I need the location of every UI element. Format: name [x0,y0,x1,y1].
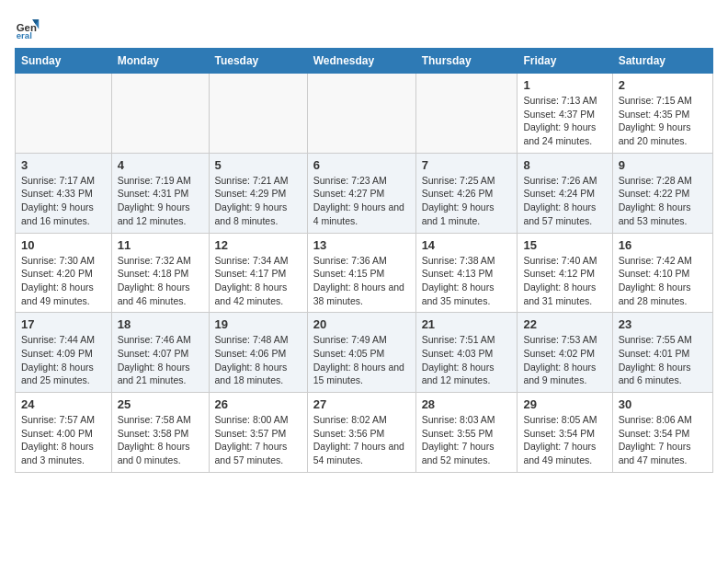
calendar-cell: 12Sunrise: 7:34 AM Sunset: 4:17 PM Dayli… [209,233,307,313]
day-number: 2 [619,78,707,92]
calendar-cell [415,74,518,154]
day-info: Sunrise: 7:57 AM Sunset: 4:00 PM Dayligh… [21,413,106,467]
day-header-saturday: Saturday [612,49,712,74]
calendar-cell: 5Sunrise: 7:21 AM Sunset: 4:29 PM Daylig… [209,153,307,233]
day-number: 4 [118,158,203,172]
day-info: Sunrise: 7:17 AM Sunset: 4:33 PM Dayligh… [21,174,106,228]
day-info: Sunrise: 7:30 AM Sunset: 4:20 PM Dayligh… [21,254,106,308]
page-header: Gen eral [15,15,713,40]
day-header-wednesday: Wednesday [307,49,415,74]
day-number: 13 [313,238,410,252]
day-info: Sunrise: 7:26 AM Sunset: 4:24 PM Dayligh… [523,174,606,228]
day-info: Sunrise: 8:00 AM Sunset: 3:57 PM Dayligh… [215,413,301,467]
calendar-cell [111,74,209,154]
day-info: Sunrise: 7:36 AM Sunset: 4:15 PM Dayligh… [313,254,410,308]
calendar-cell: 25Sunrise: 7:58 AM Sunset: 3:58 PM Dayli… [111,393,209,473]
day-info: Sunrise: 7:53 AM Sunset: 4:02 PM Dayligh… [523,333,606,387]
svg-text:eral: eral [17,30,32,40]
day-number: 10 [21,238,106,252]
calendar-cell: 18Sunrise: 7:46 AM Sunset: 4:07 PM Dayli… [111,313,209,393]
day-info: Sunrise: 8:03 AM Sunset: 3:55 PM Dayligh… [422,413,512,467]
day-number: 17 [21,317,106,331]
day-header-thursday: Thursday [415,49,518,74]
calendar-cell: 17Sunrise: 7:44 AM Sunset: 4:09 PM Dayli… [16,313,112,393]
calendar-cell: 2Sunrise: 7:15 AM Sunset: 4:35 PM Daylig… [612,74,712,154]
calendar-cell: 22Sunrise: 7:53 AM Sunset: 4:02 PM Dayli… [518,313,612,393]
day-number: 26 [215,397,301,411]
calendar-cell: 8Sunrise: 7:26 AM Sunset: 4:24 PM Daylig… [518,153,612,233]
day-number: 18 [118,317,203,331]
calendar-cell: 20Sunrise: 7:49 AM Sunset: 4:05 PM Dayli… [307,313,415,393]
day-number: 27 [313,397,410,411]
day-number: 30 [619,397,707,411]
day-number: 15 [523,238,606,252]
day-info: Sunrise: 7:42 AM Sunset: 4:10 PM Dayligh… [619,254,707,308]
day-info: Sunrise: 7:19 AM Sunset: 4:31 PM Dayligh… [118,174,203,228]
day-info: Sunrise: 7:28 AM Sunset: 4:22 PM Dayligh… [619,174,707,228]
calendar-cell: 15Sunrise: 7:40 AM Sunset: 4:12 PM Dayli… [518,233,612,313]
calendar-cell: 23Sunrise: 7:55 AM Sunset: 4:01 PM Dayli… [612,313,712,393]
day-number: 3 [21,158,106,172]
calendar-cell: 7Sunrise: 7:25 AM Sunset: 4:26 PM Daylig… [415,153,518,233]
calendar-cell: 6Sunrise: 7:23 AM Sunset: 4:27 PM Daylig… [307,153,415,233]
day-number: 12 [215,238,301,252]
calendar-cell: 28Sunrise: 8:03 AM Sunset: 3:55 PM Dayli… [415,393,518,473]
day-number: 23 [619,317,707,331]
day-number: 22 [523,317,606,331]
logo-icon: Gen eral [15,15,40,40]
calendar-cell: 4Sunrise: 7:19 AM Sunset: 4:31 PM Daylig… [111,153,209,233]
day-header-tuesday: Tuesday [209,49,307,74]
day-number: 6 [313,158,410,172]
calendar-cell: 14Sunrise: 7:38 AM Sunset: 4:13 PM Dayli… [415,233,518,313]
calendar-cell: 26Sunrise: 8:00 AM Sunset: 3:57 PM Dayli… [209,393,307,473]
day-info: Sunrise: 7:49 AM Sunset: 4:05 PM Dayligh… [313,333,410,387]
day-header-monday: Monday [111,49,209,74]
day-info: Sunrise: 8:05 AM Sunset: 3:54 PM Dayligh… [523,413,606,467]
day-number: 16 [619,238,707,252]
day-header-friday: Friday [518,49,612,74]
day-number: 19 [215,317,301,331]
calendar-cell: 16Sunrise: 7:42 AM Sunset: 4:10 PM Dayli… [612,233,712,313]
calendar-cell: 24Sunrise: 7:57 AM Sunset: 4:00 PM Dayli… [16,393,112,473]
calendar-cell: 1Sunrise: 7:13 AM Sunset: 4:37 PM Daylig… [518,74,612,154]
calendar-cell: 30Sunrise: 8:06 AM Sunset: 3:54 PM Dayli… [612,393,712,473]
week-row-4: 17Sunrise: 7:44 AM Sunset: 4:09 PM Dayli… [16,313,713,393]
day-number: 28 [422,397,512,411]
day-info: Sunrise: 7:34 AM Sunset: 4:17 PM Dayligh… [215,254,301,308]
day-number: 1 [523,78,606,92]
calendar-cell: 29Sunrise: 8:05 AM Sunset: 3:54 PM Dayli… [518,393,612,473]
calendar-cell: 10Sunrise: 7:30 AM Sunset: 4:20 PM Dayli… [16,233,112,313]
day-info: Sunrise: 7:38 AM Sunset: 4:13 PM Dayligh… [422,254,512,308]
day-header-sunday: Sunday [16,49,112,74]
day-number: 14 [422,238,512,252]
day-number: 7 [422,158,512,172]
day-number: 21 [422,317,512,331]
calendar-cell [307,74,415,154]
day-info: Sunrise: 7:51 AM Sunset: 4:03 PM Dayligh… [422,333,512,387]
week-row-1: 1Sunrise: 7:13 AM Sunset: 4:37 PM Daylig… [16,74,713,154]
day-number: 24 [21,397,106,411]
calendar-cell: 3Sunrise: 7:17 AM Sunset: 4:33 PM Daylig… [16,153,112,233]
day-info: Sunrise: 7:15 AM Sunset: 4:35 PM Dayligh… [619,94,707,148]
day-number: 11 [118,238,203,252]
day-number: 29 [523,397,606,411]
day-info: Sunrise: 7:40 AM Sunset: 4:12 PM Dayligh… [523,254,606,308]
calendar-table: SundayMondayTuesdayWednesdayThursdayFrid… [15,48,713,473]
calendar-cell: 21Sunrise: 7:51 AM Sunset: 4:03 PM Dayli… [415,313,518,393]
calendar-cell: 9Sunrise: 7:28 AM Sunset: 4:22 PM Daylig… [612,153,712,233]
day-info: Sunrise: 7:13 AM Sunset: 4:37 PM Dayligh… [523,94,606,148]
day-info: Sunrise: 7:46 AM Sunset: 4:07 PM Dayligh… [118,333,203,387]
day-info: Sunrise: 7:44 AM Sunset: 4:09 PM Dayligh… [21,333,106,387]
day-number: 5 [215,158,301,172]
calendar-cell: 27Sunrise: 8:02 AM Sunset: 3:56 PM Dayli… [307,393,415,473]
header-row: SundayMondayTuesdayWednesdayThursdayFrid… [16,49,713,74]
calendar-cell: 19Sunrise: 7:48 AM Sunset: 4:06 PM Dayli… [209,313,307,393]
calendar-cell [209,74,307,154]
day-info: Sunrise: 7:23 AM Sunset: 4:27 PM Dayligh… [313,174,410,228]
day-number: 9 [619,158,707,172]
day-info: Sunrise: 7:25 AM Sunset: 4:26 PM Dayligh… [422,174,512,228]
day-info: Sunrise: 7:58 AM Sunset: 3:58 PM Dayligh… [118,413,203,467]
day-info: Sunrise: 7:21 AM Sunset: 4:29 PM Dayligh… [215,174,301,228]
day-info: Sunrise: 8:06 AM Sunset: 3:54 PM Dayligh… [619,413,707,467]
calendar-cell [16,74,112,154]
